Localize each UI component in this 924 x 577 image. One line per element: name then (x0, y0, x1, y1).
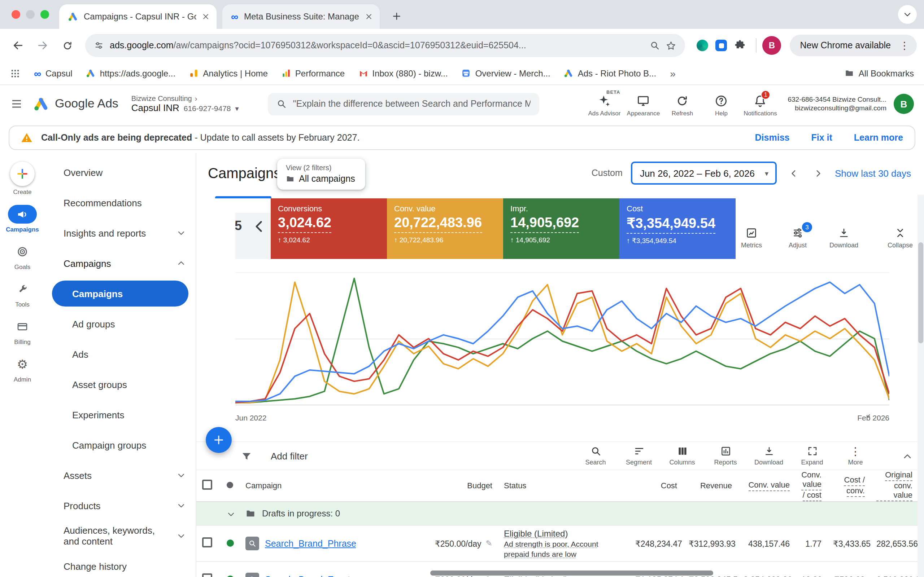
next-period-button[interactable] (810, 165, 826, 181)
ads-search-input[interactable]: "Explain the difference between Search a… (268, 93, 539, 115)
window-zoom-button[interactable] (40, 10, 49, 19)
apps-grid-icon[interactable] (10, 68, 20, 78)
status-enabled-dot[interactable] (227, 539, 234, 546)
sidebar-item-ad-groups[interactable]: Ad groups (45, 309, 195, 339)
create-button[interactable]: Create (10, 161, 35, 195)
window-minimize-button[interactable] (26, 10, 35, 19)
line-chart[interactable] (235, 272, 889, 406)
search-lens-icon[interactable] (650, 40, 660, 50)
forward-button[interactable] (32, 35, 53, 56)
campaign-link[interactable]: Search_Brand_Phrase (265, 538, 356, 548)
rail-item-tools[interactable]: Tools (8, 280, 37, 308)
rail-item-billing[interactable]: Billing (8, 318, 37, 345)
previous-period-button[interactable] (786, 165, 802, 181)
expand-button[interactable]: Expand (797, 446, 827, 466)
bookmark-capsul[interactable]: ∞Capsul (34, 68, 73, 78)
collapse-table-chevron[interactable] (902, 449, 913, 462)
account-picker[interactable]: Bizwize Consulting› Capsul INR 616-927-9… (131, 95, 239, 113)
sidebar-item-campaigns[interactable]: Campaigns (52, 280, 188, 306)
back-button[interactable] (7, 35, 29, 56)
bookmarks-overflow-icon[interactable]: » (670, 68, 674, 79)
sidebar-item-asset-groups[interactable]: Asset groups (45, 369, 195, 400)
learn-more-link[interactable]: Learn more (854, 133, 903, 143)
vertical-scrollbar[interactable] (918, 195, 924, 577)
rail-item-goals[interactable]: Goals (8, 242, 37, 271)
browser-profile-avatar[interactable]: B (762, 36, 781, 55)
rail-item-admin[interactable]: ⚙ Admin (8, 355, 37, 383)
chrome-update-chip[interactable]: New Chrome available ⋮ (790, 35, 917, 56)
refresh-button[interactable]: Refresh (663, 91, 701, 116)
sidebar-item-campaign-groups[interactable]: Campaign groups (45, 430, 195, 460)
adjust-button[interactable]: 3 Adjust (782, 227, 814, 249)
sidebar-item-ads[interactable]: Ads (45, 339, 195, 369)
address-bar[interactable]: ads.google.com/aw/campaigns?ocid=1076950… (85, 34, 685, 57)
select-all-checkbox[interactable] (202, 480, 212, 490)
notifications-button[interactable]: 1 Notifications (741, 91, 779, 116)
show-last-30-days-link[interactable]: Show last 30 days (835, 168, 911, 179)
extension-icon[interactable] (716, 40, 727, 51)
column-header-campaign[interactable]: Campaign (246, 481, 281, 490)
sidebar-item-assets[interactable]: Assets (45, 460, 195, 490)
columns-button[interactable]: Columns (667, 446, 697, 466)
drafts-group-row[interactable]: Drafts in progress: 0 (196, 501, 918, 525)
sidebar-item-change-history[interactable]: Change history (45, 551, 195, 577)
appearance-button[interactable]: Appearance (624, 91, 662, 116)
ads-advisor-button[interactable]: BETA Ads Advisor (585, 91, 623, 116)
bookmark-ads-google[interactable]: https://ads.google... (86, 68, 176, 78)
extensions-puzzle-icon[interactable] (734, 40, 746, 51)
edit-budget-icon[interactable]: ✎ (486, 539, 492, 548)
tab-meta-business-suite[interactable]: ∞ Meta Business Suite: Manage (222, 4, 380, 29)
new-campaign-fab[interactable] (206, 427, 232, 453)
collapse-button[interactable]: Collapse (884, 227, 916, 249)
sidebar-item-recommendations[interactable]: Recommendations (45, 187, 195, 218)
fix-it-button[interactable]: Fix it (811, 133, 832, 143)
help-button[interactable]: Help (703, 91, 740, 116)
table-search-button[interactable]: Search (580, 446, 611, 466)
dismiss-button[interactable]: Dismiss (755, 133, 790, 143)
sidebar-item-overview[interactable]: Overview (45, 157, 195, 187)
chevron-down-icon[interactable] (227, 510, 235, 519)
column-header-original-conv-value[interactable]: Original (885, 470, 913, 481)
column-header-conv-value-cost[interactable]: Conv. value (801, 470, 822, 490)
browser-menu-icon[interactable]: ⋮ (897, 40, 913, 51)
ads-profile-avatar[interactable]: B (894, 94, 914, 114)
status-enabled-dot[interactable] (227, 575, 234, 577)
tab-close-icon[interactable] (202, 13, 209, 20)
reports-button[interactable]: Reports (710, 446, 741, 466)
column-header-conv-value[interactable]: Conv. value (748, 480, 790, 491)
bookmark-analytics[interactable]: Analytics | Home (189, 68, 268, 78)
bookmark-inbox[interactable]: Inbox (880) - bizw... (359, 68, 447, 78)
bookmark-performance[interactable]: Performance (281, 68, 345, 78)
scorecard-conv-value[interactable]: Conv. value 20,722,483.96 ↑ 20,722,483.9… (387, 198, 503, 259)
bookmark-star-icon[interactable] (666, 40, 677, 51)
sidebar-item-insights-reports[interactable]: Insights and reports (45, 218, 195, 248)
rail-item-campaigns[interactable]: Campaigns (6, 205, 39, 233)
date-range-picker[interactable]: Jun 26, 2022 – Feb 6, 2026 ▾ (631, 161, 777, 185)
status-note[interactable]: Ad strength is poor, Account prepaid fun… (504, 539, 598, 558)
bookmark-riot-photo-ads[interactable]: Ads - Riot Photo B... (564, 68, 656, 78)
scorecard-impressions[interactable]: Impr. 14,905,692 ↑ 14,905,692 (503, 198, 619, 259)
column-header-revenue[interactable]: Revenue (700, 481, 732, 490)
column-header-cost[interactable]: Cost (661, 481, 677, 490)
segment-button[interactable]: Segment (624, 446, 654, 466)
column-header-budget[interactable]: Budget (467, 481, 492, 490)
sidebar-item-products[interactable]: Products (45, 490, 195, 521)
download-button[interactable]: Download (828, 227, 860, 249)
row-checkbox[interactable] (202, 574, 212, 577)
all-bookmarks-button[interactable]: All Bookmarks (845, 68, 914, 78)
scorecards-scroll-left-button[interactable] (251, 219, 267, 234)
sidebar-item-campaigns-section[interactable]: Campaigns (45, 248, 195, 279)
tab-close-icon[interactable] (365, 13, 373, 20)
reload-button[interactable] (56, 35, 78, 56)
tab-google-ads[interactable]: Campaigns - Capsul INR - Go (59, 4, 216, 29)
window-close-button[interactable] (11, 10, 20, 19)
chart-resize-handle-icon[interactable] (863, 408, 871, 421)
hamburger-menu-icon[interactable] (10, 97, 23, 110)
horizontal-scrollbar-thumb[interactable] (430, 571, 713, 575)
campaign-link[interactable]: Search_Brand_Exact (265, 574, 350, 577)
scrollbar-thumb[interactable] (918, 242, 923, 343)
bookmark-merchant-overview[interactable]: Overview - Merch... (462, 68, 551, 78)
sidebar-item-experiments[interactable]: Experiments (45, 400, 195, 430)
table-download-button[interactable]: Download (754, 446, 784, 466)
new-tab-button[interactable] (387, 6, 406, 25)
